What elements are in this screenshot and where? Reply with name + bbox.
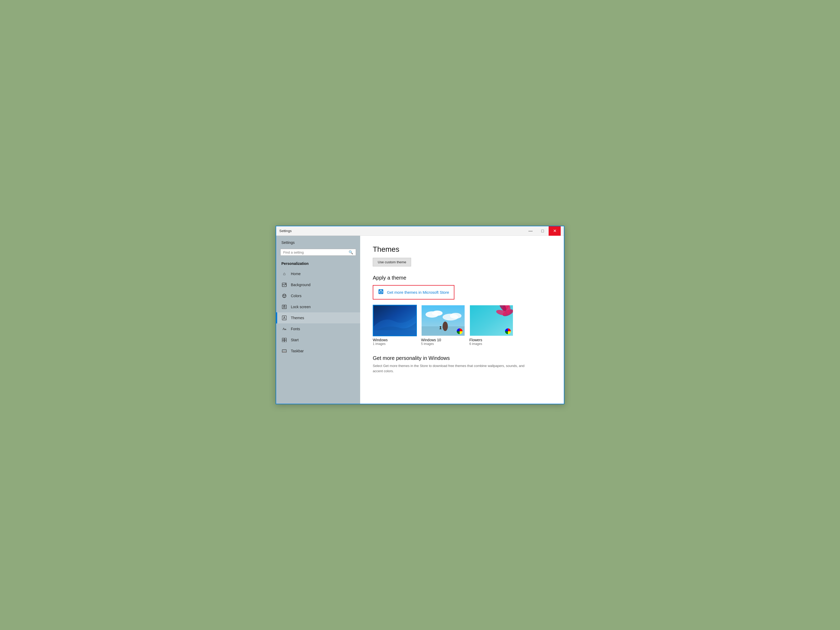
sidebar-item-home[interactable]: ⌂ Home xyxy=(276,268,360,279)
start-icon xyxy=(281,337,287,343)
theme-card-flowers[interactable]: Flowers 6 images xyxy=(469,305,513,346)
colors-icon xyxy=(281,293,287,299)
svg-point-3 xyxy=(283,295,284,296)
lockscreen-icon xyxy=(281,304,287,310)
svg-point-20 xyxy=(450,313,461,319)
theme-count-windows10: 5 images xyxy=(421,342,465,346)
sidebar-item-label: Themes xyxy=(291,316,304,320)
sidebar-item-fonts[interactable]: Aₐ Fonts xyxy=(276,324,360,335)
svg-rect-8 xyxy=(282,338,284,340)
home-icon: ⌂ xyxy=(281,271,287,277)
minimize-button[interactable]: — xyxy=(524,226,537,236)
main-content: Themes Use custom theme Apply a theme Ge… xyxy=(360,236,564,404)
apply-theme-title: Apply a theme xyxy=(373,275,551,281)
svg-rect-11 xyxy=(284,340,286,342)
themes-grid: Windows 1 images xyxy=(373,305,551,346)
fonts-icon: Aₐ xyxy=(281,326,287,332)
sidebar: Settings 🔍 Personalization ⌂ Home xyxy=(276,236,360,404)
sidebar-item-taskbar[interactable]: Taskbar xyxy=(276,346,360,357)
theme-name-windows: Windows xyxy=(373,338,417,342)
theme-thumbnail-windows xyxy=(373,305,417,336)
sidebar-item-label: Colors xyxy=(291,294,302,298)
store-icon xyxy=(378,289,384,296)
search-icon: 🔍 xyxy=(349,250,353,254)
theme-thumbnail-flowers xyxy=(469,305,513,336)
svg-point-1 xyxy=(285,284,286,284)
sidebar-item-lockscreen[interactable]: Lock screen xyxy=(276,302,360,313)
sidebar-item-colors[interactable]: Colors xyxy=(276,291,360,302)
theme-count-windows: 1 images xyxy=(373,342,417,346)
svg-point-23 xyxy=(440,326,441,327)
close-button[interactable]: ✕ xyxy=(549,226,561,236)
theme-name-flowers: Flowers xyxy=(469,338,513,342)
sidebar-section-title: Personalization xyxy=(276,259,360,268)
sidebar-app-title: Settings xyxy=(276,236,360,247)
settings-window: Settings — □ ✕ Settings 🔍 Personalizatio… xyxy=(276,226,564,404)
personality-title: Get more personality in Windows xyxy=(373,355,551,361)
sidebar-item-label: Home xyxy=(291,272,300,276)
theme-name-windows10: Windows 10 xyxy=(421,338,465,342)
svg-rect-10 xyxy=(282,340,284,342)
svg-point-4 xyxy=(284,295,286,296)
svg-rect-13 xyxy=(282,351,286,352)
sidebar-item-background[interactable]: Background xyxy=(276,279,360,291)
svg-rect-6 xyxy=(284,306,285,308)
sidebar-item-label: Lock screen xyxy=(291,305,311,309)
use-custom-theme-button[interactable]: Use custom theme xyxy=(373,258,411,267)
themes-icon xyxy=(281,315,287,321)
taskbar-icon xyxy=(281,348,287,354)
theme-color-dot-windows10 xyxy=(457,328,463,334)
sidebar-item-label: Taskbar xyxy=(291,349,304,353)
store-link-box[interactable]: Get more themes in Microsoft Store xyxy=(373,285,455,300)
svg-point-22 xyxy=(442,322,448,331)
sidebar-item-label: Background xyxy=(291,283,311,287)
store-link-text[interactable]: Get more themes in Microsoft Store xyxy=(387,290,449,295)
titlebar: Settings — □ ✕ xyxy=(276,226,564,236)
svg-rect-9 xyxy=(284,338,286,340)
background-icon xyxy=(281,282,287,288)
maximize-button[interactable]: □ xyxy=(537,226,549,236)
sidebar-item-label: Fonts xyxy=(291,327,300,331)
titlebar-controls: — □ ✕ xyxy=(524,226,561,236)
theme-card-windows10[interactable]: Windows 10 5 images xyxy=(421,305,465,346)
theme-color-dot-flowers xyxy=(505,328,511,334)
sidebar-item-label: Start xyxy=(291,338,299,342)
personality-description: Select Get more themes in the Store to d… xyxy=(373,363,530,374)
theme-count-flowers: 6 images xyxy=(469,342,513,346)
page-title: Themes xyxy=(373,245,551,254)
theme-card-windows[interactable]: Windows 1 images xyxy=(373,305,417,346)
svg-point-18 xyxy=(432,311,442,316)
theme-thumbnail-windows10 xyxy=(421,305,465,336)
window-body: Settings 🔍 Personalization ⌂ Home xyxy=(276,236,564,404)
search-input[interactable] xyxy=(283,250,349,254)
search-box[interactable]: 🔍 xyxy=(280,249,356,256)
titlebar-title: Settings xyxy=(279,229,292,233)
sidebar-item-start[interactable]: Start xyxy=(276,335,360,346)
sidebar-item-themes[interactable]: Themes xyxy=(276,313,360,324)
